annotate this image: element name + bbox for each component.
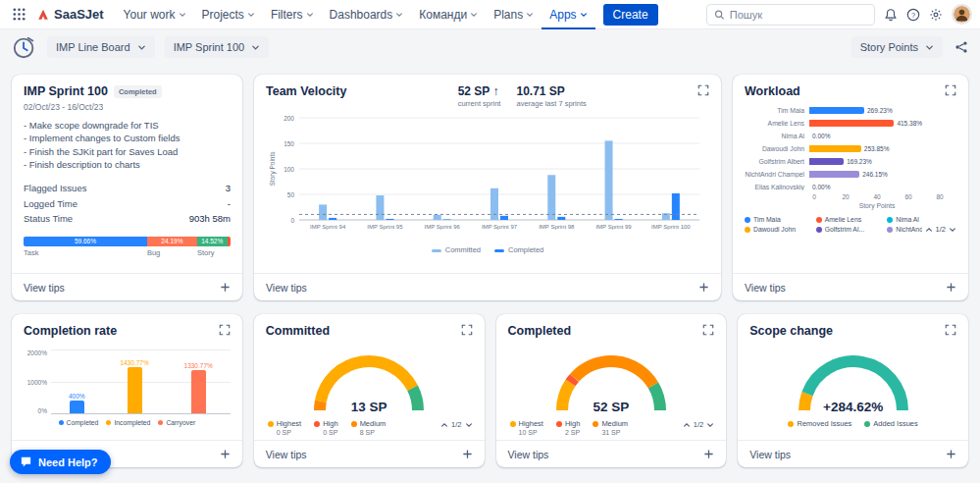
nav-item-your-work[interactable]: Your work: [116, 0, 194, 29]
add-icon[interactable]: [698, 282, 709, 293]
view-tips-link[interactable]: View tips: [749, 449, 791, 460]
create-button[interactable]: Create: [603, 4, 658, 26]
nav-item-plans[interactable]: Plans: [486, 0, 542, 29]
search-box[interactable]: [706, 4, 875, 26]
chevron-down-icon: [526, 11, 534, 19]
workload-track: 0.00%: [809, 133, 935, 140]
add-icon[interactable]: [946, 449, 956, 459]
bar-value-label: 1430.77%: [120, 359, 148, 366]
svg-text:Story Points: Story Points: [269, 151, 277, 187]
add-icon[interactable]: [220, 282, 231, 293]
chevron-down-icon: [306, 11, 314, 19]
view-tips-link[interactable]: View tips: [508, 449, 549, 460]
workload-value: 253.85%: [864, 145, 890, 153]
expand-icon[interactable]: [697, 84, 709, 96]
workload-value: 269.23%: [867, 107, 893, 115]
nav-item-dashboards[interactable]: Dashboards: [322, 0, 412, 29]
workload-row: Tim Maia269.23%: [745, 104, 956, 117]
legend-pagination: 1/2: [438, 420, 472, 429]
chevron-down-icon[interactable]: [706, 421, 714, 429]
help-icon[interactable]: ?: [906, 8, 920, 22]
nav-item-teams[interactable]: Команди: [411, 0, 486, 29]
share-icon[interactable]: [954, 40, 968, 54]
settings-icon[interactable]: [929, 8, 943, 22]
view-tips-link[interactable]: View tips: [24, 282, 65, 294]
workload-track: 0.00%: [809, 184, 935, 191]
expand-icon[interactable]: [945, 324, 956, 336]
type-bar-label: Task: [24, 248, 147, 257]
chevron-down-icon[interactable]: [465, 421, 473, 429]
board-toolbar: IMP Line Board IMP Sprint 100 Story Poin…: [0, 29, 980, 65]
workload-value: 0.00%: [812, 133, 830, 140]
view-tips-link[interactable]: View tips: [745, 282, 786, 294]
svg-text:100: 100: [284, 166, 294, 173]
velocity-bar-completed: [557, 217, 565, 220]
workload-row: Amelie Lens415.38%: [745, 117, 956, 130]
svg-text:IMP Sprint 100: IMP Sprint 100: [651, 224, 691, 230]
chevron-up-icon[interactable]: [683, 421, 691, 429]
workload-row: NichtAndri Champel246.15%: [745, 168, 956, 181]
sprint-stats: Flagged Issues3Logged Time-Status Time90…: [24, 181, 231, 227]
chevron-down-icon: [395, 11, 403, 19]
board-select[interactable]: IMP Line Board: [47, 36, 155, 58]
legend-item: Tim Maia: [745, 216, 814, 223]
velocity-bar-completed: [386, 219, 393, 220]
workload-value: 169.23%: [847, 158, 872, 166]
workload-bar: [809, 145, 861, 153]
axis-tick: 80: [936, 193, 943, 200]
expand-icon[interactable]: [461, 324, 473, 336]
chevron-up-icon[interactable]: [925, 226, 933, 234]
chevron-down-icon: [247, 11, 255, 19]
need-help-button[interactable]: Need Help?: [10, 450, 111, 474]
legend-item: Dawoudi John: [745, 226, 814, 233]
notifications-icon[interactable]: [884, 8, 898, 22]
search-input[interactable]: [730, 9, 867, 21]
add-icon[interactable]: [703, 449, 714, 459]
chevron-down-icon: [925, 43, 934, 52]
type-bar-segment: 59.66%: [24, 237, 147, 246]
add-icon[interactable]: [946, 282, 956, 293]
completion-chart: 2000%1000%0% 400%1430.77%1330.77%: [24, 349, 231, 414]
expand-icon[interactable]: [945, 84, 956, 96]
sprint-select[interactable]: IMP Sprint 100: [165, 36, 270, 58]
app-switcher-icon[interactable]: [8, 7, 30, 22]
workload-bar: [809, 107, 864, 115]
saasjet-logo[interactable]: SaaSJet: [36, 7, 104, 22]
add-icon[interactable]: [462, 449, 473, 459]
workload-name: Elias Kalinovskiy: [745, 184, 809, 190]
legend-item: Removed Issues: [788, 419, 851, 428]
pagination-label: 1/2: [694, 420, 703, 429]
profile-avatar[interactable]: [952, 4, 972, 25]
view-tips-link[interactable]: View tips: [266, 449, 307, 460]
workload-track: 415.38%: [809, 120, 935, 128]
workload-track: 246.15%: [809, 171, 935, 179]
workload-legend: Tim MaiaAmelie LensNima AlDawoudi JohnGo…: [745, 216, 956, 233]
expand-icon[interactable]: [219, 324, 231, 336]
velocity-bar-committed: [434, 215, 441, 220]
sprint-report-app-icon: [12, 34, 37, 60]
nav-item-filters[interactable]: Filters: [263, 0, 322, 29]
chevron-up-icon[interactable]: [440, 421, 448, 429]
completed-gauge: 52 SP: [538, 346, 685, 414]
completion-bar: [128, 367, 142, 413]
axis-tick: 20: [842, 193, 849, 200]
sprint-stat-row: Logged Time-: [24, 196, 231, 212]
expand-icon[interactable]: [702, 324, 714, 336]
workload-row: Nima Al0.00%: [745, 130, 956, 142]
nav-item-projects[interactable]: Projects: [194, 0, 263, 29]
card-title: Scope change: [749, 324, 833, 338]
nav-item-apps[interactable]: Apps: [542, 0, 594, 29]
velocity-bar-committed: [319, 204, 327, 220]
legend-item: Incompleted: [106, 419, 150, 426]
svg-text:IMP Sprint 99: IMP Sprint 99: [595, 224, 632, 230]
chevron-down-icon[interactable]: [949, 226, 956, 234]
gauge-value: 13 SP: [295, 400, 442, 414]
type-bar-segment: 24.19%: [147, 237, 197, 246]
workload-name: NichtAndri Champel: [745, 171, 809, 178]
metric-select[interactable]: Story Points: [851, 36, 943, 58]
scope-legend: Removed IssuesAdded Issues: [749, 419, 956, 428]
add-icon[interactable]: [220, 449, 231, 459]
legend-item: High0 SP: [314, 419, 337, 436]
velocity-bar-completed: [443, 219, 451, 220]
view-tips-link[interactable]: View tips: [266, 282, 307, 294]
